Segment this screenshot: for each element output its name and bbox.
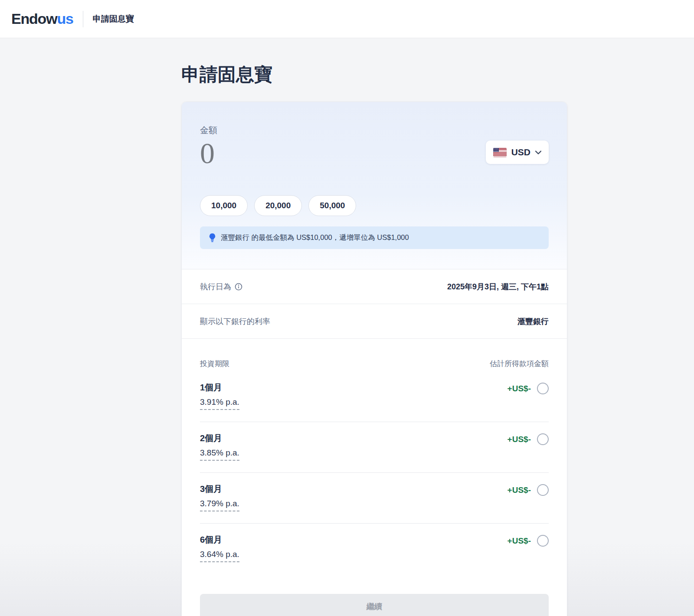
estimated-proceeds: +US$- [507,485,531,495]
application-card: 金額 0 USD 10,000 20,000 50,000 滙豐銀行 的最低金額… [181,102,567,616]
tenor-radio-2m[interactable] [537,433,549,445]
header-divider [83,11,83,27]
bank-name: 滙豐銀行 [517,316,549,327]
tenor-rate[interactable]: 3.85% p.a. [200,448,239,461]
amount-input[interactable]: 0 [200,138,215,169]
tenor-table-header: 投資期限 估計所得款項金額 [200,359,549,369]
bank-rate-label: 顯示以下銀行的利率 [200,316,270,327]
execution-date-row: 執行日為 2025年9月3日, 週三, 下午1點 [182,269,567,304]
tenor-radio-3m[interactable] [537,484,549,496]
execution-date-value: 2025年9月3日, 週三, 下午1點 [447,282,549,292]
tenor-rate[interactable]: 3.91% p.a. [200,397,239,410]
lightbulb-icon [209,233,216,242]
tenor-name: 1個月 [200,382,239,393]
us-flag-icon [493,148,507,157]
continue-button[interactable]: 繼續 [200,594,549,616]
header-page-name: 申請固息寶 [93,13,134,25]
tenor-rate[interactable]: 3.79% p.a. [200,499,239,511]
quick-amount-20000[interactable]: 20,000 [254,195,302,216]
tenor-section: 投資期限 估計所得款項金額 1個月 3.91% p.a. +US$- 2個月 3… [182,338,567,616]
info-circle-icon[interactable] [235,283,242,291]
hint-text: 滙豐銀行 的最低金額為 US$10,000，遞增單位為 US$1,000 [221,233,409,242]
tenor-row-6m[interactable]: 6個月 3.64% p.a. +US$- [200,524,549,574]
page-title: 申請固息寶 [181,62,694,87]
tenor-row-3m[interactable]: 3個月 3.79% p.a. +US$- [200,473,549,524]
currency-select[interactable]: USD [486,141,549,164]
quick-amount-50000[interactable]: 50,000 [308,195,356,216]
tenor-rate[interactable]: 3.64% p.a. [200,550,239,562]
estimated-proceeds: +US$- [507,384,531,393]
bank-rate-row: 顯示以下銀行的利率 滙豐銀行 [182,304,567,338]
minimum-amount-hint: 滙豐銀行 的最低金額為 US$10,000，遞增單位為 US$1,000 [200,226,549,249]
tenor-name: 2個月 [200,433,239,444]
column-proceeds: 估計所得款項金額 [490,359,549,369]
tenor-radio-6m[interactable] [537,535,549,547]
column-tenor: 投資期限 [200,359,229,369]
tenor-row-1m[interactable]: 1個月 3.91% p.a. +US$- [200,371,549,422]
logo-text-accent: us [57,10,73,27]
quick-amount-chips: 10,000 20,000 50,000 [200,195,549,216]
quick-amount-10000[interactable]: 10,000 [200,195,248,216]
tenor-name: 6個月 [200,534,239,546]
chevron-down-icon [535,151,541,154]
app-header: Endowus 申請固息寶 [0,0,694,38]
estimated-proceeds: +US$- [507,536,531,546]
currency-code: USD [511,147,530,157]
amount-label: 金額 [200,125,549,136]
amount-section: 金額 0 USD 10,000 20,000 50,000 滙豐銀行 的最低金額… [182,102,567,269]
endowus-logo[interactable]: Endowus [11,10,73,27]
tenor-row-2m[interactable]: 2個月 3.85% p.a. +US$- [200,422,549,473]
tenor-name: 3個月 [200,483,239,495]
tenor-radio-1m[interactable] [537,383,549,394]
logo-text-primary: Endow [11,10,57,27]
execution-date-label: 執行日為 [200,282,231,292]
estimated-proceeds: +US$- [507,435,531,444]
